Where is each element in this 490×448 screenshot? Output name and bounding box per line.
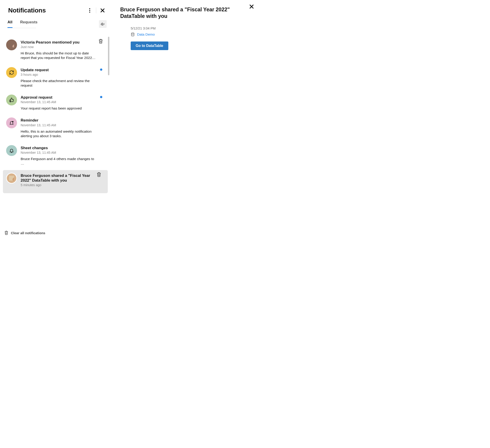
notification-item[interactable]: Approval request November 13, 11:45 AM Y… <box>3 92 108 115</box>
avatar <box>6 39 17 50</box>
go-to-datatable-button[interactable]: Go to DataTable <box>131 42 168 50</box>
delete-notification-button[interactable] <box>97 172 101 178</box>
notification-time: November 13, 11:45 AM <box>21 151 105 155</box>
notification-title: Reminder <box>21 118 105 123</box>
close-detail-button[interactable] <box>250 5 254 9</box>
more-options-button[interactable] <box>86 6 94 15</box>
bell-icon <box>9 148 14 153</box>
tab-all[interactable]: All <box>8 20 12 28</box>
notification-body: Bruce Ferguson and 4 others made changes… <box>21 157 105 166</box>
vertical-separator <box>96 8 96 13</box>
notification-time: 5 minutes ago <box>21 183 105 187</box>
more-vertical-icon <box>89 8 90 13</box>
notifications-header: Notifications <box>0 4 111 17</box>
notification-time: November 13, 11:45 AM <box>21 100 105 104</box>
detail-timestamp: 5/12/21 3:04 PM <box>131 26 254 30</box>
user-photo-placeholder-icon <box>9 43 14 47</box>
notification-time: Just now <box>21 45 105 49</box>
notification-title: Approval request <box>21 95 105 100</box>
close-panel-button[interactable] <box>98 6 107 15</box>
avatar <box>6 117 17 128</box>
unread-indicator <box>100 69 102 71</box>
svg-point-2 <box>89 12 90 12</box>
scrollbar-thumb[interactable] <box>108 37 109 75</box>
notifications-panel: Notifications All Requests <box>0 0 111 239</box>
notification-title: Sheet changes <box>21 146 105 150</box>
user-photo-placeholder-icon <box>9 176 14 181</box>
avatar <box>6 173 17 184</box>
page-title: Notifications <box>8 7 86 14</box>
notification-body: Please check the attachment and review t… <box>21 79 105 88</box>
avatar <box>6 95 17 105</box>
notification-title: Bruce Ferguson shared a "Fiscal Year 202… <box>21 173 105 183</box>
announcements-button[interactable] <box>99 20 107 28</box>
avatar <box>6 145 17 156</box>
close-icon <box>250 5 254 9</box>
notification-item[interactable]: Sheet changes November 13, 11:45 AM Bruc… <box>3 142 108 170</box>
tab-requests[interactable]: Requests <box>20 20 38 28</box>
notification-detail-panel: Bruce Ferguson shared a "Fiscal Year 202… <box>111 0 261 239</box>
tabs-row: All Requests <box>0 17 111 28</box>
svg-point-1 <box>89 10 90 11</box>
notification-body: Hello, this is an automated weekly notif… <box>21 129 105 138</box>
notification-time: 3 hours ago <box>21 73 105 76</box>
svg-point-0 <box>89 8 90 9</box>
svg-point-5 <box>12 121 14 122</box>
notification-title: Victoria Pearson mentioned you <box>21 40 105 45</box>
refresh-icon <box>9 70 14 75</box>
thumbs-up-icon <box>9 97 14 103</box>
notification-item[interactable]: Update request 3 hours ago Please check … <box>3 64 108 92</box>
megaphone-icon <box>100 22 105 26</box>
trash-icon <box>99 39 103 43</box>
trash-icon <box>5 231 8 235</box>
clear-all-button[interactable]: Clear all notifications <box>5 231 45 235</box>
notifications-list-wrap: Victoria Pearson mentioned you Just now … <box>0 37 111 239</box>
datatable-icon <box>131 32 135 36</box>
detail-link[interactable]: Data Demo <box>137 32 155 36</box>
reminder-bell-icon <box>9 121 14 125</box>
clear-all-label: Clear all notifications <box>11 231 45 235</box>
delete-notification-button[interactable] <box>99 39 103 44</box>
notification-body: Your request report has been approved <box>21 106 105 111</box>
close-icon <box>100 9 105 12</box>
notification-time: November 13, 11:45 AM <box>21 123 105 127</box>
tabs-underline <box>8 28 36 28</box>
notification-item-selected[interactable]: Bruce Ferguson shared a "Fiscal Year 202… <box>3 170 108 193</box>
notification-body: Hi Bruce, this should be the most up to … <box>21 51 105 60</box>
notification-item[interactable]: Victoria Pearson mentioned you Just now … <box>3 37 108 64</box>
svg-point-8 <box>131 33 134 34</box>
unread-indicator <box>100 96 102 98</box>
notification-title: Update request <box>21 68 105 72</box>
notification-item[interactable]: Reminder November 13, 11:45 AM Hello, th… <box>3 115 108 142</box>
trash-icon <box>97 172 101 177</box>
notifications-list: Victoria Pearson mentioned you Just now … <box>0 37 111 202</box>
avatar <box>6 67 17 78</box>
detail-title: Bruce Ferguson shared a "Fiscal Year 202… <box>120 6 245 19</box>
